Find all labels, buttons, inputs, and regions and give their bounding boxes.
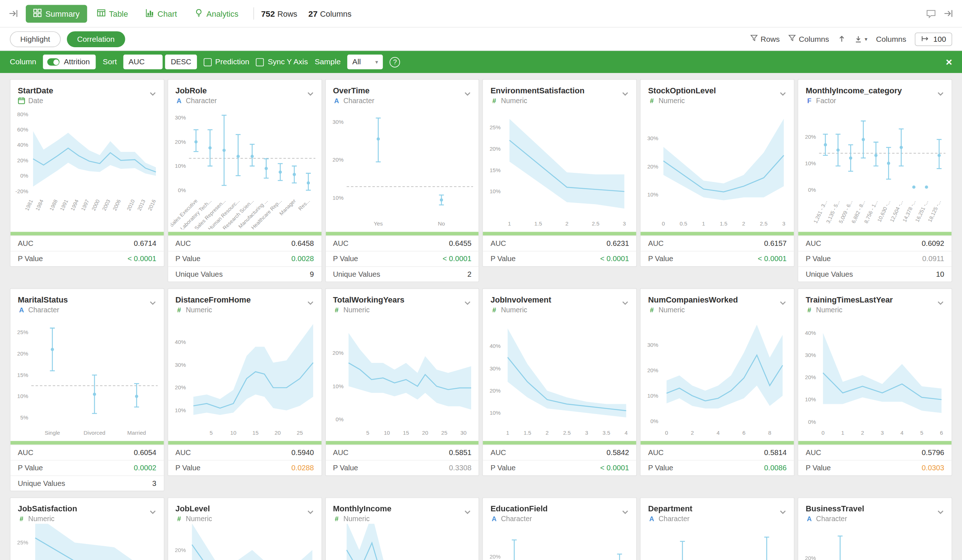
comment-icon[interactable] — [926, 9, 936, 19]
svg-text:3.5: 3.5 — [603, 429, 610, 436]
column-card: EducationField A Character 10%15%20% — [483, 497, 637, 560]
stat-row: Unique Values9 — [168, 266, 321, 281]
svg-text:8: 8 — [768, 429, 771, 436]
svg-text:1.5: 1.5 — [535, 220, 542, 227]
stat-label: P Value — [491, 464, 515, 473]
stat-label: P Value — [491, 255, 515, 263]
column-title: JobSatisfaction — [18, 504, 77, 513]
chevron-down-icon[interactable] — [937, 506, 944, 517]
chevron-down-icon[interactable] — [307, 506, 314, 517]
tab-table[interactable]: Table — [89, 5, 136, 23]
column-chart: -20%0%20%40%60%80%1981198419881991199419… — [11, 104, 164, 232]
column-type-label: Numeric — [343, 306, 370, 313]
svg-text:30%: 30% — [647, 135, 658, 141]
chevron-down-icon[interactable] — [149, 506, 156, 517]
card-header: EducationField A Character — [483, 498, 636, 523]
column-label: Column — [10, 58, 36, 66]
rows-count-label: Rows — [277, 9, 297, 18]
chevron-down-icon[interactable] — [937, 297, 944, 308]
svg-text:20%: 20% — [805, 374, 816, 380]
upload-icon[interactable] — [838, 34, 846, 43]
column-chart: 10%20%30%40%11.522.533.54 — [483, 313, 636, 441]
importance-bar — [11, 441, 164, 444]
card-stats: AUC0.6231P Value< 0.0001 — [483, 235, 636, 266]
download-icon[interactable]: ▾ — [855, 34, 868, 43]
character-icon: A — [333, 97, 340, 104]
column-type-label: Numeric — [501, 306, 527, 313]
collapse-right-icon[interactable] — [943, 9, 953, 19]
close-icon[interactable]: × — [946, 56, 952, 67]
svg-text:30%: 30% — [490, 365, 500, 371]
rows-filter[interactable]: Rows — [750, 34, 780, 44]
stat-label: AUC — [176, 449, 191, 457]
divider — [253, 7, 254, 19]
correlation-button[interactable]: Correlation — [66, 31, 125, 47]
tab-analytics[interactable]: Analytics — [187, 5, 245, 23]
stat-row: AUC0.5851 — [326, 444, 479, 460]
stat-row: P Value0.0002 — [11, 460, 164, 475]
svg-text:1997: 1997 — [80, 199, 90, 212]
column-type-label: Character — [659, 515, 689, 523]
help-icon[interactable]: ? — [390, 56, 400, 67]
chevron-down-icon[interactable] — [464, 87, 471, 98]
sort-input[interactable] — [124, 55, 163, 69]
chevron-down-icon[interactable] — [307, 297, 314, 308]
columns-filter[interactable]: Columns — [788, 34, 829, 44]
chevron-down-icon[interactable] — [779, 506, 786, 517]
chevron-down-icon[interactable] — [149, 87, 156, 98]
table-icon — [97, 8, 105, 19]
column-chart: 10%15%20% — [798, 523, 951, 560]
prediction-checkbox[interactable] — [203, 58, 211, 66]
svg-text:25: 25 — [441, 429, 447, 436]
date-icon — [18, 97, 25, 104]
collapse-left-icon[interactable] — [9, 9, 19, 19]
tab-summary[interactable]: Summary — [26, 5, 87, 23]
card-header: DistanceFromHome # Numeric — [168, 289, 321, 313]
sort-direction-button[interactable]: DESC — [165, 55, 197, 69]
column-type-label: Character — [186, 97, 216, 104]
column-type: # Numeric — [333, 306, 404, 313]
stat-label: AUC — [648, 449, 664, 457]
svg-text:20%: 20% — [805, 134, 816, 140]
svg-text:2003: 2003 — [101, 199, 111, 212]
svg-text:Single: Single — [45, 429, 60, 436]
column-chart: 0%10%20%30%02468 — [641, 313, 794, 441]
sync-y-axis-option[interactable]: Sync Y Axis — [256, 58, 308, 66]
importance-bar — [483, 232, 636, 235]
columns-limit-box[interactable]: 100 — [915, 32, 952, 46]
chevron-down-icon[interactable] — [464, 297, 471, 308]
column-title: JobRole — [176, 86, 217, 95]
tab-chart[interactable]: Chart — [138, 5, 184, 23]
stat-value: 0.0028 — [291, 255, 314, 263]
chevron-down-icon[interactable] — [464, 506, 471, 517]
filter-toolbar-right: Rows Columns ▾ Columns 100 — [750, 32, 952, 46]
svg-text:Divorced: Divorced — [84, 429, 105, 436]
column-card: StockOptionLevel # Numeric 10%20%30%00.5… — [640, 79, 794, 267]
chevron-down-icon[interactable] — [621, 506, 629, 517]
prediction-option[interactable]: Prediction — [203, 58, 249, 66]
sync-y-axis-checkbox[interactable] — [256, 58, 264, 66]
svg-text:0%: 0% — [335, 416, 343, 422]
chevron-down-icon[interactable] — [621, 297, 629, 308]
stat-row: AUC0.6054 — [11, 444, 164, 460]
chevron-down-icon[interactable] — [779, 87, 786, 98]
svg-text:2006: 2006 — [111, 199, 122, 212]
chevron-down-icon[interactable] — [307, 87, 314, 98]
target-column-pill[interactable]: Attrition — [43, 55, 96, 69]
svg-text:2.5: 2.5 — [592, 220, 600, 227]
chevron-down-icon[interactable] — [621, 87, 629, 98]
card-header: MonthlyIncome_category F Factor — [798, 80, 951, 105]
column-type-label: Numeric — [28, 515, 55, 523]
svg-text:10%: 10% — [333, 383, 343, 389]
highlight-button[interactable]: Highlight — [10, 31, 61, 47]
stat-value: 0.6054 — [134, 449, 156, 457]
chevron-down-icon[interactable] — [149, 297, 156, 308]
stat-value: 0.5814 — [764, 449, 786, 457]
svg-text:0: 0 — [662, 220, 665, 227]
column-type-label: Character — [501, 515, 532, 523]
sample-select[interactable]: All ▾ — [347, 55, 383, 69]
chevron-down-icon[interactable] — [779, 297, 786, 308]
svg-text:20%: 20% — [647, 163, 658, 169]
chevron-down-icon[interactable] — [937, 87, 944, 98]
column-type-label: Numeric — [343, 515, 370, 523]
